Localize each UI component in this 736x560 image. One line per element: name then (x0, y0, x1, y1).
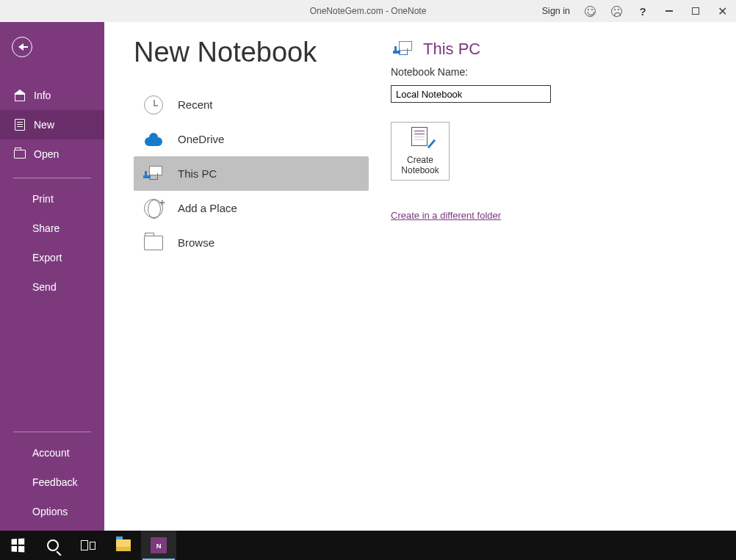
location-list: Recent OneDrive This PC Add a P (134, 87, 369, 260)
taskbar-search-button[interactable] (35, 531, 71, 560)
sidebar-item-info[interactable]: Info (0, 81, 104, 110)
start-button[interactable] (0, 531, 35, 560)
browse-folder-icon (141, 230, 166, 255)
feedback-happy-button[interactable] (579, 0, 601, 22)
location-label: Browse (178, 236, 214, 249)
folder-open-icon (13, 148, 26, 161)
home-icon (13, 89, 26, 102)
sidebar-item-label: Account (32, 447, 70, 459)
sidebar-item-options[interactable]: Options (0, 497, 104, 526)
back-arrow-icon (18, 43, 24, 51)
recent-clock-icon (141, 92, 166, 117)
location-label: Add a Place (178, 202, 237, 214)
search-icon (47, 539, 59, 551)
onenote-icon: N (151, 537, 167, 553)
page-title: New Notebook (134, 37, 369, 68)
sidebar-divider (13, 432, 91, 432)
create-notebook-icon (410, 127, 430, 148)
this-pc-icon (141, 161, 166, 186)
sidebar-item-feedback[interactable]: Feedback (0, 468, 104, 497)
create-notebook-button[interactable]: Create Notebook (391, 122, 450, 181)
location-recent[interactable]: Recent (134, 87, 369, 122)
sidebar-item-label: Feedback (32, 476, 77, 488)
backstage-sidebar: Info New Open Print Share Export Send Ac… (0, 22, 104, 531)
add-place-globe-icon (141, 196, 166, 221)
close-button[interactable]: ✕ (711, 0, 733, 22)
location-label: OneDrive (178, 133, 224, 145)
sidebar-item-send[interactable]: Send (0, 272, 104, 302)
document-new-icon (13, 118, 26, 131)
maximize-button[interactable] (685, 0, 707, 22)
task-view-button[interactable] (71, 531, 106, 560)
sidebar-item-label: Send (32, 281, 57, 293)
notebook-name-label: Notebook Name: (391, 66, 707, 78)
onedrive-cloud-icon (141, 127, 166, 152)
task-view-icon (81, 540, 95, 550)
minimize-icon (665, 10, 673, 12)
sidebar-item-label: Export (32, 252, 62, 263)
location-label: This PC (178, 167, 217, 180)
location-onedrive[interactable]: OneDrive (134, 122, 369, 156)
windows-logo-icon (12, 539, 25, 553)
sidebar-item-open[interactable]: Open (0, 139, 104, 169)
sidebar-item-label: Print (32, 193, 54, 205)
sidebar-item-share[interactable]: Share (0, 214, 104, 243)
sidebar-item-label: Options (32, 506, 68, 517)
sidebar-item-new[interactable]: New (0, 110, 104, 139)
sidebar-item-label: Info (34, 90, 51, 101)
right-panel-title: This PC (423, 40, 480, 59)
location-browse[interactable]: Browse (134, 225, 369, 260)
file-explorer-icon (116, 539, 131, 551)
create-button-label-line2: Notebook (401, 165, 439, 175)
sidebar-item-account[interactable]: Account (0, 438, 104, 468)
help-button[interactable]: ? (632, 0, 654, 22)
back-button[interactable] (12, 37, 32, 57)
sign-in-link[interactable]: Sign in (538, 6, 574, 16)
minimize-button[interactable] (658, 0, 680, 22)
sad-face-icon (611, 6, 622, 17)
taskbar: N (0, 531, 736, 560)
window-title: OneNoteGem.com - OneNote (310, 6, 427, 16)
content-area: New Notebook Recent OneDrive This (104, 22, 736, 531)
file-explorer-taskbar-button[interactable] (106, 531, 141, 560)
maximize-icon (692, 7, 699, 15)
location-add-place[interactable]: Add a Place (134, 191, 369, 225)
sidebar-item-label: New (34, 119, 54, 131)
location-label: Recent (178, 98, 213, 111)
sidebar-item-print[interactable]: Print (0, 184, 104, 214)
sidebar-divider (13, 178, 91, 178)
happy-face-icon (585, 6, 596, 17)
this-pc-header-icon (391, 37, 416, 62)
title-bar: OneNoteGem.com - OneNote Sign in ? ✕ (0, 0, 736, 22)
notebook-name-input[interactable] (391, 85, 551, 103)
create-button-label-line1: Create (407, 155, 433, 165)
create-different-folder-link[interactable]: Create in a different folder (391, 210, 501, 221)
sidebar-item-export[interactable]: Export (0, 243, 104, 272)
sidebar-item-label: Open (34, 148, 59, 160)
onenote-taskbar-button[interactable]: N (141, 531, 176, 560)
sidebar-item-label: Share (32, 222, 59, 234)
location-this-pc[interactable]: This PC (134, 156, 369, 191)
feedback-sad-button[interactable] (605, 0, 627, 22)
